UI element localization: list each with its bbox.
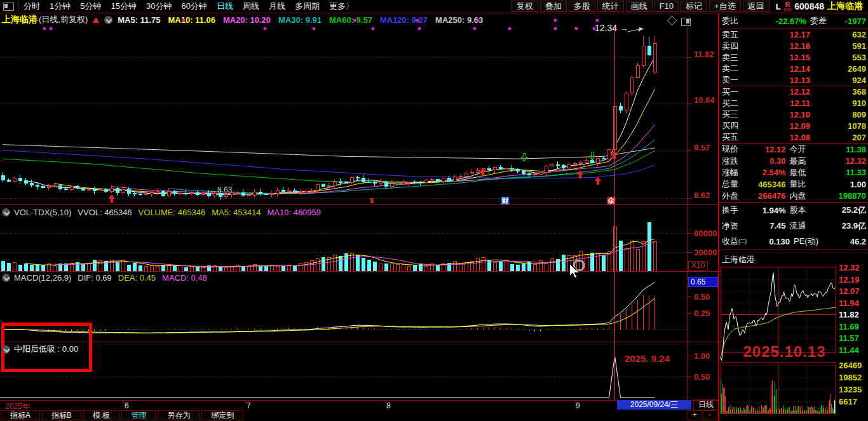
macd-cursor-value-badge: 0.65 <box>688 277 718 287</box>
custom-indicator-chart[interactable] <box>0 342 718 400</box>
info-row-2: 收益㈡0.130PE(动)46.2 <box>719 234 868 250</box>
menu-button-3[interactable]: 统计 <box>597 1 624 12</box>
menu-item-5[interactable]: 60分钟 <box>181 1 207 12</box>
split-window-icon[interactable] <box>681 18 691 26</box>
collapse-chevron-icon[interactable] <box>104 16 112 24</box>
custom-y-label: 0.50 <box>694 372 710 382</box>
quote-stats: 现价12.12今开11.38涨跌0.30最高12.32涨幅2.54%最低11.3… <box>719 144 868 203</box>
ask-row-2[interactable]: 卖三12.15553 <box>719 52 868 63</box>
event-marker-0[interactable]: $ <box>369 197 374 204</box>
macd-header-token-0: MACD(12,26,9) <box>14 273 71 283</box>
intraday-vol-label: 26469 <box>839 361 862 370</box>
custom-indicator-label: 中阳后低吸 : 0.00 <box>14 344 78 355</box>
toolbar-button-1[interactable]: 指标B <box>42 410 81 420</box>
vol-header-token-4: MA10: 460959 <box>267 208 321 217</box>
vol-header-token-2: VOLUME: 465346 <box>139 208 206 217</box>
menu-item-2[interactable]: 5分钟 <box>80 1 101 12</box>
ma-value-5: MA120: 9.27 <box>380 15 428 25</box>
event-marker-1[interactable]: 财 <box>501 197 510 204</box>
top-menu-bar: 分时1分钟5分钟15分钟30分钟60分钟日线周线月线多周期更多〉 复权叠加多股统… <box>0 0 868 13</box>
intraday-vol-label: 19852 <box>839 373 862 382</box>
bid-row-0[interactable]: 买一12.12368 <box>719 86 868 98</box>
period-label[interactable]: 日线 <box>693 399 719 410</box>
toolbar-button-2[interactable]: 模 板 <box>83 410 119 420</box>
menu-item-1[interactable]: 1分钟 <box>50 1 71 12</box>
menu-item-8[interactable]: 月线 <box>269 1 285 12</box>
info-row-3: 总量465346量比1.00 <box>719 178 868 190</box>
toolbar-button-4[interactable]: 另存为 <box>158 410 200 420</box>
info-row-0: 换手1.94%股本25.2亿 <box>719 203 868 218</box>
menu-button-7[interactable]: +自选 <box>709 1 741 12</box>
info-row-4: 外盘266476内盘198870 <box>719 190 868 202</box>
collapse-chevron-icon[interactable] <box>2 274 10 282</box>
bid-row-3[interactable]: 买四12.091078 <box>719 120 868 131</box>
menu-button-0[interactable]: 复权 <box>512 1 538 12</box>
macd-chart[interactable] <box>0 279 718 342</box>
bid-row-1[interactable]: 买二12.11910 <box>719 98 868 109</box>
ask-row-1[interactable]: 卖四12.16591 <box>719 41 868 52</box>
ma-value-1: MA10: 11.06 <box>168 15 215 25</box>
menu-item-7[interactable]: 周线 <box>243 1 259 12</box>
menu-button-1[interactable]: 叠加 <box>540 1 567 12</box>
peak-price-annotation: 12.34 → <box>595 23 628 33</box>
toolbar-button-3[interactable]: 管理 <box>121 410 156 420</box>
signal-dot <box>372 27 374 30</box>
selected-date-badge: 2025/09/24/三 <box>617 400 691 410</box>
menu-item-10[interactable]: 更多〉 <box>329 1 354 12</box>
menu-item-0[interactable]: 分时 <box>24 1 40 12</box>
vol-header-token-3: MA5: 453414 <box>212 208 261 217</box>
intraday-date-watermark: 2025.10.13 <box>729 343 840 361</box>
margin-flag-r500: R 500 <box>784 2 792 12</box>
signal-dot <box>418 27 421 30</box>
vol-header-token-1: VVOL: 465346 <box>78 208 132 217</box>
macd-y-label: 0.25 <box>694 309 710 318</box>
axis-border <box>687 27 688 400</box>
collapse-chevron-icon[interactable] <box>2 345 10 354</box>
info-row-2: 涨幅2.54%最低11.33 <box>719 167 868 178</box>
menu-item-6[interactable]: 日线 <box>217 1 233 12</box>
intraday-price-label: 11.82 <box>839 310 859 319</box>
ask-row-0[interactable]: 卖五12.17632 <box>719 29 868 41</box>
axis-month-label-0: 6 <box>125 401 129 410</box>
zoom-in-button[interactable]: + <box>688 410 702 420</box>
stock-name: 上海临港 <box>827 1 863 12</box>
menu-button-8[interactable]: 返回 <box>743 1 770 12</box>
ask-row-4[interactable]: 卖一12.13924 <box>719 74 868 86</box>
toolbar-button-0[interactable]: 指标A <box>1 410 40 420</box>
bottom-toolbar: 指标A指标B模 板管理另存为绑定到 <box>1 410 243 420</box>
ask-levels: 卖五12.17632卖四12.16591卖三12.15553卖二12.14264… <box>719 29 868 86</box>
ask-row-3[interactable]: 卖二12.142649 <box>719 63 868 74</box>
menu-item-3[interactable]: 15分钟 <box>111 1 136 12</box>
low-price-annotation: ←8.63 <box>210 185 232 194</box>
signal-dot <box>50 27 52 30</box>
bid-row-2[interactable]: 买三12.10809 <box>719 109 868 121</box>
volume-multiplier-label: X10 <box>688 261 708 271</box>
menu-button-6[interactable]: 标记 <box>681 1 707 12</box>
macd-pane-header: MACD(12,26,9)DIF: 0.69DEA: 0.45MACD: 0.4… <box>2 273 207 283</box>
pane-divider <box>0 342 718 342</box>
menu-item-9[interactable]: 多周期 <box>295 1 320 12</box>
toolbar-button-5[interactable]: 绑定到 <box>201 410 243 420</box>
main-y-label: 9.57 <box>694 143 710 152</box>
macd-y-label: 0.50 <box>694 292 710 302</box>
signal-dot <box>508 27 511 30</box>
collapse-chevron-icon[interactable] <box>2 208 10 217</box>
main-y-label: 8.62 <box>694 190 710 200</box>
stock-code: 600848 <box>794 1 824 11</box>
signal-dot <box>596 19 599 22</box>
window-icon[interactable] <box>3 3 14 11</box>
menu-button-5[interactable]: F10 <box>654 1 679 12</box>
menu-item-4[interactable]: 30分钟 <box>146 1 172 12</box>
volume-chart[interactable] <box>0 219 718 271</box>
pane-divider <box>0 271 718 272</box>
vol-y-label: 60000 <box>694 229 717 238</box>
weibi-row: 委比 -22.67% 委差 -1977 <box>719 13 868 29</box>
menu-button-2[interactable]: 多股 <box>569 1 595 12</box>
main-candlestick-chart[interactable] <box>0 27 718 204</box>
zoom-out-button[interactable]: - <box>703 410 717 420</box>
menu-button-4[interactable]: 画线 <box>626 1 653 12</box>
time-axis: 2025年6789 <box>0 400 718 410</box>
intraday-price-label: 11.44 <box>839 345 859 355</box>
info-row-0: 现价12.12今开11.38 <box>719 144 868 155</box>
bid-row-4[interactable]: 买五12.08207 <box>719 131 868 143</box>
